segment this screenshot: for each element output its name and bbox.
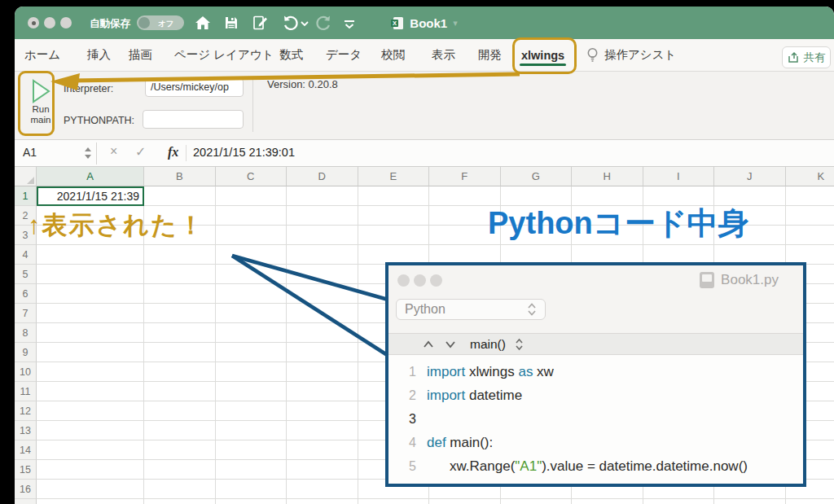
cell-C15[interactable] bbox=[216, 460, 288, 480]
column-header-J[interactable]: J bbox=[714, 167, 786, 186]
pythonpath-field[interactable] bbox=[143, 110, 244, 129]
cell-B4[interactable] bbox=[144, 245, 216, 265]
cell-D11[interactable] bbox=[287, 382, 358, 401]
cell-D2[interactable] bbox=[287, 206, 358, 226]
cell-D17[interactable] bbox=[287, 499, 358, 504]
cell-C4[interactable] bbox=[216, 245, 288, 265]
cell-D13[interactable] bbox=[287, 421, 358, 440]
cell-D3[interactable] bbox=[287, 226, 358, 245]
column-header-A[interactable]: A bbox=[37, 167, 144, 186]
cell-I17[interactable] bbox=[643, 499, 715, 504]
cell-B12[interactable] bbox=[144, 401, 216, 421]
cell-E17[interactable] bbox=[358, 499, 430, 504]
row-header-17[interactable]: 17 bbox=[15, 499, 37, 504]
column-header-D[interactable]: D bbox=[287, 167, 358, 186]
cell-C5[interactable] bbox=[216, 265, 288, 284]
ribbon-tab-0[interactable]: ホーム bbox=[24, 39, 60, 71]
cell-K3[interactable] bbox=[786, 226, 834, 245]
cell-A6[interactable] bbox=[37, 284, 144, 304]
zoom-window-button[interactable] bbox=[430, 274, 442, 287]
cell-C12[interactable] bbox=[216, 401, 288, 421]
code-editor-area[interactable]: 1import xlwings as xw2import datetime34d… bbox=[388, 355, 803, 484]
column-header-G[interactable]: G bbox=[501, 167, 573, 186]
ribbon-tab-1[interactable]: 挿入 bbox=[87, 39, 111, 71]
cell-C7[interactable] bbox=[216, 304, 288, 323]
name-box-stepper[interactable] bbox=[84, 146, 92, 160]
cell-C8[interactable] bbox=[216, 323, 288, 343]
cell-A7[interactable] bbox=[37, 304, 144, 323]
row-header-12[interactable]: 12 bbox=[15, 401, 37, 421]
cell-G17[interactable] bbox=[501, 499, 573, 504]
cell-A14[interactable] bbox=[37, 440, 144, 460]
cancel-entry-icon[interactable]: × bbox=[110, 144, 117, 159]
column-header-E[interactable]: E bbox=[358, 167, 430, 186]
cell-B8[interactable] bbox=[144, 323, 216, 343]
row-header-6[interactable]: 6 bbox=[15, 284, 37, 304]
document-title-chevron-icon[interactable]: ▾ bbox=[453, 18, 458, 28]
cell-D9[interactable] bbox=[287, 343, 358, 362]
cell-B9[interactable] bbox=[144, 343, 216, 362]
row-header-16[interactable]: 16 bbox=[15, 480, 37, 499]
selected-cell-A1[interactable]: 2021/1/15 21:39 bbox=[37, 186, 144, 206]
cell-C9[interactable] bbox=[216, 343, 288, 362]
cell-D8[interactable] bbox=[287, 323, 358, 343]
cell-C16[interactable] bbox=[216, 480, 288, 499]
cell-A15[interactable] bbox=[37, 460, 144, 480]
cell-A17[interactable] bbox=[37, 499, 144, 504]
cell-J17[interactable] bbox=[714, 499, 786, 504]
cell-F17[interactable] bbox=[429, 499, 501, 504]
cell-C17[interactable] bbox=[216, 499, 288, 504]
cell-B10[interactable] bbox=[144, 362, 216, 382]
ribbon-tab-3[interactable]: ページ レイアウト bbox=[174, 39, 274, 71]
cell-C10[interactable] bbox=[216, 362, 288, 382]
cell-D16[interactable] bbox=[287, 480, 358, 499]
cell-C11[interactable] bbox=[216, 382, 288, 401]
language-selector[interactable]: Python bbox=[396, 299, 546, 320]
name-box[interactable]: A1 bbox=[23, 146, 37, 159]
row-header-15[interactable]: 15 bbox=[15, 460, 37, 480]
tell-me-assistant[interactable]: 操作アシスト bbox=[586, 39, 676, 71]
cell-B6[interactable] bbox=[144, 284, 216, 304]
row-header-5[interactable]: 5 bbox=[15, 265, 37, 284]
cell-D6[interactable] bbox=[287, 284, 358, 304]
function-stepper-icon[interactable] bbox=[515, 337, 524, 352]
cell-A4[interactable] bbox=[37, 245, 144, 265]
cell-E3[interactable] bbox=[358, 226, 430, 245]
column-header-B[interactable]: B bbox=[144, 167, 216, 186]
cell-B11[interactable] bbox=[144, 382, 216, 401]
navigate-down-icon[interactable] bbox=[445, 340, 456, 349]
select-all-corner[interactable] bbox=[15, 167, 37, 186]
cell-C6[interactable] bbox=[216, 284, 288, 304]
cell-C14[interactable] bbox=[216, 440, 288, 460]
cell-C13[interactable] bbox=[216, 421, 288, 440]
cell-B5[interactable] bbox=[144, 265, 216, 284]
cell-A8[interactable] bbox=[37, 323, 144, 343]
cell-B1[interactable] bbox=[144, 186, 216, 206]
cell-K1[interactable] bbox=[786, 186, 834, 206]
cell-C1[interactable] bbox=[216, 186, 288, 206]
row-header-10[interactable]: 10 bbox=[15, 362, 37, 382]
row-header-14[interactable]: 14 bbox=[15, 440, 37, 460]
row-header-9[interactable]: 9 bbox=[15, 343, 37, 362]
cell-B15[interactable] bbox=[144, 460, 216, 480]
cell-A13[interactable] bbox=[37, 421, 144, 440]
cell-D10[interactable] bbox=[287, 362, 358, 382]
function-selector-value[interactable]: main() bbox=[470, 337, 506, 352]
row-header-11[interactable]: 11 bbox=[15, 382, 37, 401]
ribbon-tab-2[interactable]: 描画 bbox=[129, 39, 152, 71]
cell-B7[interactable] bbox=[144, 304, 216, 323]
cell-H17[interactable] bbox=[572, 499, 643, 504]
navigate-up-icon[interactable] bbox=[423, 340, 434, 349]
cell-B16[interactable] bbox=[144, 480, 216, 499]
column-header-K[interactable]: K bbox=[786, 167, 834, 186]
cell-D5[interactable] bbox=[287, 265, 358, 284]
row-header-4[interactable]: 4 bbox=[15, 245, 37, 265]
ribbon-tab-7[interactable]: 表示 bbox=[432, 39, 455, 71]
cell-D7[interactable] bbox=[287, 304, 358, 323]
cell-A9[interactable] bbox=[37, 343, 144, 362]
cell-D1[interactable] bbox=[287, 186, 358, 206]
cell-C3[interactable] bbox=[216, 226, 288, 245]
cell-B17[interactable] bbox=[144, 499, 216, 504]
column-header-H[interactable]: H bbox=[572, 167, 643, 186]
row-header-1[interactable]: 1 bbox=[15, 186, 37, 206]
